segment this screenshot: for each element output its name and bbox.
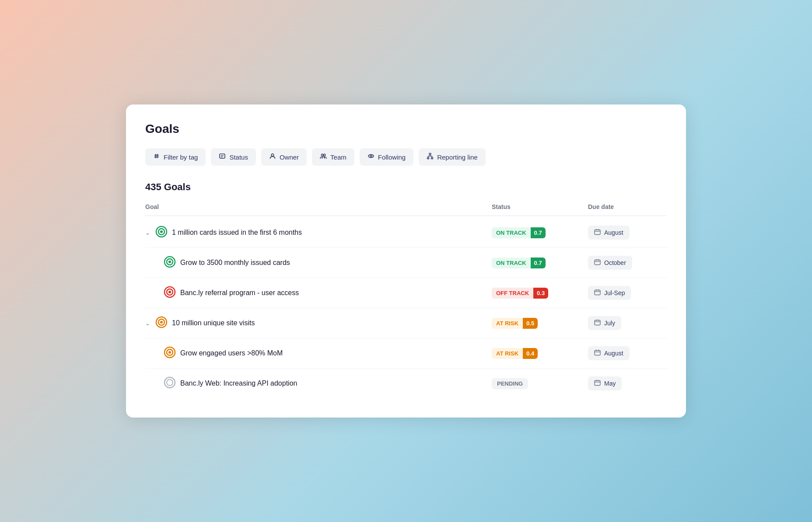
svg-point-55 — [167, 379, 173, 386]
table-header: Goal Status Due date — [145, 200, 667, 216]
svg-point-21 — [160, 230, 163, 233]
expand-chevron[interactable]: ⌄ — [145, 230, 150, 236]
goal-name: ⌄ 10 million unique site visits — [145, 316, 492, 330]
col-due-header: Due date — [588, 203, 667, 210]
svg-point-42 — [160, 321, 163, 324]
status-score: 0.7 — [531, 258, 546, 268]
goal-title: 1 million cards issued in the first 6 mo… — [172, 229, 302, 237]
goal-icon — [164, 376, 176, 390]
reporting-icon — [427, 153, 434, 161]
svg-rect-22 — [595, 230, 600, 235]
goals-card: Goals Filter by tag Status — [126, 104, 686, 418]
hash-icon — [153, 153, 160, 161]
status-label: AT RISK — [492, 348, 523, 359]
status-score: 0.3 — [533, 288, 548, 299]
calendar-icon — [594, 289, 601, 297]
goal-name: ⌄ 1 million cards issued in the first 6 … — [145, 226, 492, 240]
eye-icon — [368, 153, 374, 161]
due-date-text: August — [604, 229, 623, 236]
status-label: ON TRACK — [492, 258, 531, 268]
svg-rect-4 — [220, 154, 225, 158]
goal-status: PENDING — [492, 378, 588, 389]
status-score: 0.4 — [523, 348, 538, 359]
goal-due-date: July — [588, 316, 667, 330]
due-date-text: May — [604, 380, 616, 387]
goals-list: ⌄ 1 million cards issued in the first 6 … — [145, 218, 667, 398]
status-label: ON TRACK — [492, 227, 531, 238]
table-row: Banc.ly Web: Increasing API adoption PEN… — [145, 369, 667, 398]
svg-point-35 — [168, 291, 171, 293]
filter-status-button[interactable]: Status — [211, 148, 256, 166]
svg-rect-43 — [595, 320, 600, 325]
goal-icon — [164, 346, 176, 360]
status-badge: OFF TRACK 0.3 — [492, 288, 548, 299]
filter-owner-label: Owner — [280, 153, 299, 161]
filter-reporting-label: Reporting line — [437, 153, 478, 161]
table-row: ⌄ 1 million cards issued in the first 6 … — [145, 218, 667, 248]
table-row: ⌄ 10 million unique site visits AT RISK … — [145, 308, 667, 338]
goal-due-date: August — [588, 346, 667, 360]
expand-chevron[interactable]: ⌄ — [145, 320, 150, 327]
goal-name: Banc.ly referral program - user access — [145, 286, 492, 300]
due-date-badge: May — [588, 376, 622, 390]
due-date-text: Jul-Sep — [604, 289, 625, 296]
filter-status-label: Status — [229, 153, 248, 161]
goal-status: ON TRACK 0.7 — [492, 227, 588, 238]
filter-bar: Filter by tag Status Owner — [145, 148, 667, 166]
goal-name: Grow engaged users >80% MoM — [145, 346, 492, 360]
svg-point-28 — [168, 261, 171, 263]
due-date-badge: Jul-Sep — [588, 286, 631, 300]
goal-title: Banc.ly Web: Increasing API adoption — [180, 379, 297, 387]
filter-team-button[interactable]: Team — [312, 148, 354, 166]
status-label: PENDING — [492, 378, 528, 389]
calendar-icon — [594, 319, 601, 327]
filter-tag-label: Filter by tag — [164, 153, 198, 161]
page-title: Goals — [145, 122, 667, 136]
goal-title: 10 million unique site visits — [172, 319, 255, 327]
goal-icon — [164, 286, 176, 300]
status-score: 0.7 — [531, 227, 546, 238]
filter-owner-button[interactable]: Owner — [261, 148, 307, 166]
status-badge: ON TRACK 0.7 — [492, 258, 546, 268]
status-score: 0.5 — [523, 318, 538, 329]
svg-point-9 — [323, 154, 325, 156]
goal-icon — [155, 316, 168, 330]
goal-status: AT RISK 0.5 — [492, 318, 588, 329]
status-label: OFF TRACK — [492, 288, 533, 299]
svg-rect-36 — [595, 290, 600, 295]
svg-point-54 — [164, 377, 175, 388]
due-date-text: July — [604, 320, 615, 327]
svg-rect-13 — [427, 158, 429, 159]
goal-due-date: October — [588, 256, 667, 270]
due-date-text: August — [604, 350, 623, 357]
goal-due-date: Jul-Sep — [588, 286, 667, 300]
filter-tag-button[interactable]: Filter by tag — [145, 148, 206, 166]
status-badge: AT RISK 0.4 — [492, 348, 538, 359]
status-badge: PENDING — [492, 378, 528, 389]
status-icon — [219, 153, 226, 161]
filter-reporting-button[interactable]: Reporting line — [419, 148, 486, 166]
table-row: Grow to 3500 monthly issued cards ON TRA… — [145, 248, 667, 278]
svg-rect-12 — [429, 153, 431, 155]
filter-following-label: Following — [378, 153, 406, 161]
status-badge: ON TRACK 0.7 — [492, 227, 546, 238]
goal-due-date: May — [588, 376, 667, 390]
goal-name: Grow to 3500 monthly issued cards — [145, 256, 492, 270]
goals-count: 435 Goals — [145, 181, 667, 193]
svg-point-8 — [321, 154, 323, 156]
svg-line-2 — [155, 154, 156, 158]
due-date-text: October — [604, 259, 626, 266]
goal-status: OFF TRACK 0.3 — [492, 288, 588, 299]
svg-point-49 — [168, 351, 171, 354]
col-status-header: Status — [492, 203, 588, 210]
goal-icon — [164, 256, 176, 270]
goal-title: Banc.ly referral program - user access — [180, 289, 299, 297]
svg-point-11 — [370, 155, 372, 157]
due-date-badge: August — [588, 346, 630, 360]
filter-following-button[interactable]: Following — [360, 148, 413, 166]
col-goal-header: Goal — [145, 203, 492, 210]
svg-point-7 — [271, 154, 274, 157]
goal-title: Grow to 3500 monthly issued cards — [180, 259, 290, 267]
due-date-badge: August — [588, 226, 630, 240]
svg-rect-50 — [595, 351, 600, 355]
